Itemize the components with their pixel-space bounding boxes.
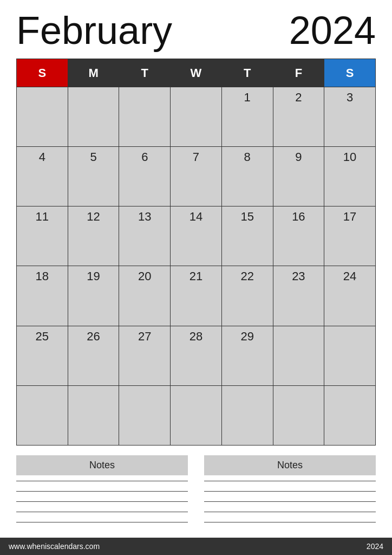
calendar-cell <box>273 385 324 445</box>
calendar-cell <box>171 385 222 445</box>
calendar-cell <box>17 87 68 147</box>
calendar-cell <box>119 87 171 147</box>
calendar-cell: 20 <box>119 266 171 326</box>
header-monday: M <box>68 59 119 87</box>
calendar-cell: 26 <box>68 326 119 385</box>
notes-line <box>16 512 188 512</box>
calendar-cell <box>119 385 171 445</box>
calendar-cell: 19 <box>68 266 119 326</box>
calendar-cell: 10 <box>324 147 376 206</box>
calendar-cell: 28 <box>171 326 222 385</box>
calendar-week-row: 11121314151617 <box>17 206 376 266</box>
calendar-header: February 2024 <box>16 11 376 50</box>
footer-url: www.wheniscalendars.com <box>9 542 100 551</box>
calendar-week-row: 18192021222324 <box>17 266 376 326</box>
page-footer: www.wheniscalendars.com 2024 <box>0 538 392 555</box>
day-header-row: S M T W T F S <box>17 59 376 87</box>
calendar-cell: 21 <box>171 266 222 326</box>
page-container: February 2024 S M T W T F S 123456789101… <box>0 0 392 555</box>
calendar-week-row: 45678910 <box>17 147 376 206</box>
month-title: February <box>16 11 172 50</box>
header-tuesday: T <box>119 59 171 87</box>
calendar-cell: 12 <box>68 206 119 266</box>
notes-line <box>16 522 188 522</box>
calendar-cell: 7 <box>171 147 222 206</box>
calendar-cell: 18 <box>17 266 68 326</box>
calendar-cell: 6 <box>119 147 171 206</box>
notes-line <box>204 481 376 481</box>
calendar-cell: 29 <box>221 326 273 385</box>
calendar-table: S M T W T F S 12345678910111213141516171… <box>16 59 376 446</box>
calendar-body: 1234567891011121314151617181920212223242… <box>17 87 376 446</box>
notes-line <box>16 501 188 502</box>
notes-block-left: Notes <box>16 455 188 532</box>
calendar-cell: 1 <box>221 87 273 147</box>
header-thursday: T <box>221 59 273 87</box>
calendar-cell: 22 <box>221 266 273 326</box>
header-saturday: S <box>324 59 376 87</box>
calendar-cell: 13 <box>119 206 171 266</box>
calendar-cell <box>68 87 119 147</box>
header-friday: F <box>273 59 324 87</box>
year-title: 2024 <box>289 11 376 50</box>
calendar-cell: 5 <box>68 147 119 206</box>
notes-line <box>204 491 376 492</box>
notes-line <box>16 481 188 481</box>
notes-line <box>204 501 376 502</box>
calendar-week-row <box>17 385 376 445</box>
calendar-cell: 3 <box>324 87 376 147</box>
calendar-cell: 8 <box>221 147 273 206</box>
calendar-cell <box>17 385 68 445</box>
calendar-cell: 15 <box>221 206 273 266</box>
header-sunday: S <box>17 59 68 87</box>
calendar-cell: 16 <box>273 206 324 266</box>
notes-block-right: Notes <box>204 455 376 532</box>
calendar-cell <box>273 326 324 385</box>
header-wednesday: W <box>171 59 222 87</box>
notes-section: Notes Notes <box>16 455 376 532</box>
calendar-cell <box>171 87 222 147</box>
calendar-week-row: 123 <box>17 87 376 147</box>
notes-header-left: Notes <box>16 455 188 475</box>
calendar-cell <box>68 385 119 445</box>
calendar-cell: 4 <box>17 147 68 206</box>
calendar-cell: 11 <box>17 206 68 266</box>
calendar-cell <box>324 326 376 385</box>
notes-line <box>204 522 376 522</box>
notes-header-right: Notes <box>204 455 376 475</box>
notes-line <box>16 491 188 492</box>
calendar-cell: 9 <box>273 147 324 206</box>
calendar-cell: 2 <box>273 87 324 147</box>
calendar-cell: 23 <box>273 266 324 326</box>
calendar-cell: 25 <box>17 326 68 385</box>
calendar-cell <box>221 385 273 445</box>
calendar-cell: 17 <box>324 206 376 266</box>
calendar-cell <box>324 385 376 445</box>
calendar-cell: 24 <box>324 266 376 326</box>
notes-line <box>204 512 376 512</box>
calendar-cell: 14 <box>171 206 222 266</box>
calendar-cell: 27 <box>119 326 171 385</box>
calendar-week-row: 2526272829 <box>17 326 376 385</box>
footer-year: 2024 <box>367 542 383 551</box>
